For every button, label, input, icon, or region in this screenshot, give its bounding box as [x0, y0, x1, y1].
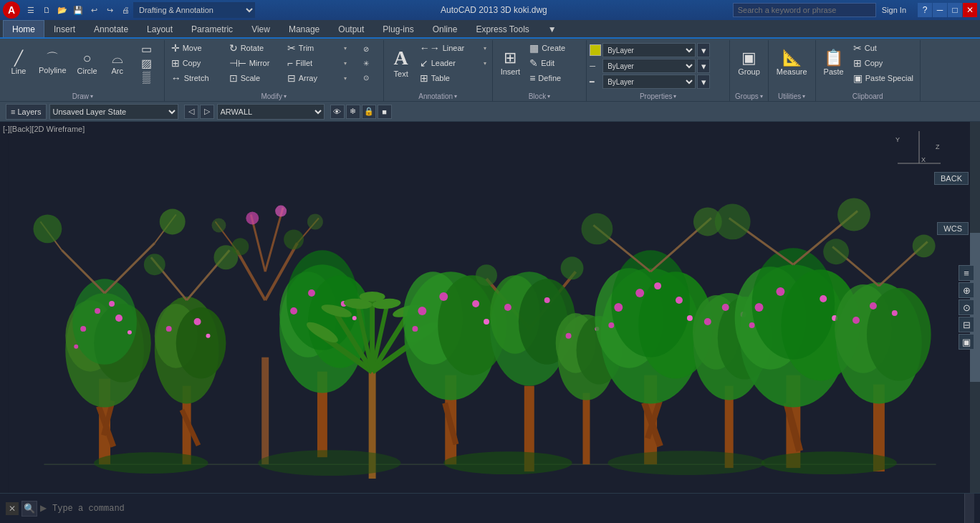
- fillet-arrow[interactable]: ▾: [341, 56, 350, 70]
- minimize-btn[interactable]: ─: [933, 3, 947, 17]
- new-btn[interactable]: 🗋: [39, 3, 54, 17]
- layer-freeze-btn[interactable]: ❄: [346, 105, 360, 119]
- paste-btn[interactable]: 📋 Paste: [819, 41, 849, 85]
- viewport-back-btn[interactable]: BACK: [934, 172, 969, 185]
- tab-layout[interactable]: Layout: [138, 20, 182, 37]
- tab-home[interactable]: Home: [3, 20, 44, 37]
- tab-insert[interactable]: Insert: [44, 20, 85, 37]
- tab-parametric[interactable]: Parametric: [182, 20, 242, 37]
- create-block-btn[interactable]: ▦Create: [526, 41, 583, 55]
- vp-tool-2[interactable]: ⊕: [959, 282, 974, 298]
- group-btn[interactable]: ▣ Group: [733, 41, 765, 85]
- layer-prev-btn[interactable]: ◁: [184, 105, 198, 119]
- annotation-dropdown-arrow[interactable]: ▾: [454, 93, 457, 100]
- search-input[interactable]: [733, 3, 876, 17]
- hatch-btn[interactable]: ▨: [133, 57, 161, 70]
- print-btn[interactable]: 🖨: [117, 3, 133, 17]
- edit-block-btn[interactable]: ✎Edit: [526, 56, 583, 70]
- measure-btn[interactable]: 📐 Measure: [772, 41, 812, 85]
- move-btn[interactable]: ✛Move: [168, 41, 225, 55]
- command-input[interactable]: [52, 500, 961, 517]
- viewport[interactable]: [-][Back][2D Wireframe] BACK WCS ≡ ⊕ ⊙ ⊟…: [0, 122, 980, 493]
- tab-annotate[interactable]: Annotate: [85, 20, 138, 37]
- block-dropdown-arrow[interactable]: ▾: [547, 93, 550, 100]
- layer-manager-btn[interactable]: ≡ Layers: [6, 104, 47, 120]
- tab-express-tools[interactable]: Express Tools: [466, 20, 538, 37]
- trim-btn[interactable]: ✂Trim: [284, 41, 341, 55]
- circle-btn[interactable]: ○ Circle: [72, 41, 102, 85]
- tab-manage[interactable]: Manage: [279, 20, 329, 37]
- modify-dropdown-arrow[interactable]: ▾: [284, 93, 287, 100]
- properties-dropdown-arrow[interactable]: ▾: [673, 93, 676, 100]
- linetype-dropdown-btn[interactable]: ▾: [697, 59, 710, 73]
- app-close-btn[interactable]: ✕: [963, 3, 977, 17]
- linear-arrow[interactable]: ▾: [481, 41, 489, 55]
- layer-visible-btn[interactable]: 👁: [330, 105, 345, 119]
- quick-access-menu[interactable]: ☰: [23, 3, 39, 17]
- polyline-btn[interactable]: ⌒ Polyline: [34, 41, 72, 85]
- text-btn[interactable]: A Text: [387, 41, 415, 85]
- fillet-btn[interactable]: ⌐Fillet: [284, 56, 341, 70]
- layer-state-dropdown[interactable]: Unsaved Layer State: [49, 104, 178, 120]
- redo-btn[interactable]: ↪: [102, 3, 117, 17]
- insert-btn[interactable]: ⊞ Insert: [496, 41, 526, 85]
- utilities-dropdown-arrow[interactable]: ▾: [802, 93, 805, 100]
- save-btn[interactable]: 💾: [70, 3, 86, 17]
- leader-btn[interactable]: ↙Leader: [416, 56, 481, 70]
- offset-btn[interactable]: ⊙: [352, 71, 380, 85]
- gradient-btn[interactable]: ▒: [133, 71, 161, 85]
- groups-dropdown-arrow[interactable]: ▾: [760, 93, 763, 100]
- rectangle-btn[interactable]: ▭: [133, 42, 161, 56]
- copy-clip-btn[interactable]: ⊞Copy: [850, 56, 917, 70]
- color-dropdown-btn[interactable]: ▾: [697, 43, 710, 57]
- tab-view[interactable]: View: [242, 20, 279, 37]
- vp-tool-3[interactable]: ⊙: [959, 299, 974, 315]
- draw-dropdown-arrow[interactable]: ▾: [90, 93, 93, 100]
- color-dropdown[interactable]: ByLayer: [602, 43, 696, 57]
- restore-btn[interactable]: □: [948, 3, 962, 17]
- table-btn[interactable]: ⊞Table: [416, 71, 489, 85]
- linear-btn[interactable]: ←→Linear: [416, 41, 481, 55]
- svg-point-141: [823, 239, 849, 264]
- workspace-dropdown[interactable]: Drafting & Annotation: [133, 2, 255, 18]
- tab-online[interactable]: Online: [423, 20, 467, 37]
- tab-plugins[interactable]: Plug-ins: [373, 20, 423, 37]
- define-attr-btn[interactable]: ≡Define: [526, 71, 583, 85]
- layer-next-btn[interactable]: ▷: [200, 105, 214, 119]
- copy-btn[interactable]: ⊞Copy: [168, 56, 225, 70]
- array-arrow[interactable]: ▾: [341, 71, 350, 85]
- layer-name-dropdown[interactable]: ARWALL: [217, 104, 325, 120]
- array-btn[interactable]: ⊟Array: [284, 71, 341, 85]
- vp-tool-1[interactable]: ≡: [959, 265, 974, 281]
- paste-special-btn[interactable]: ▣Paste Special: [850, 71, 917, 85]
- stretch-btn[interactable]: ↔Stretch: [168, 71, 225, 85]
- tab-more[interactable]: ▼: [539, 20, 566, 37]
- arc-btn[interactable]: ⌓ Arc: [103, 41, 132, 85]
- open-btn[interactable]: 📂: [54, 3, 70, 17]
- layer-lock-btn[interactable]: 🔒: [362, 105, 376, 119]
- layer-color-btn[interactable]: ■: [378, 105, 392, 119]
- cut-btn[interactable]: ✂Cut: [850, 41, 917, 55]
- rotate-btn[interactable]: ↻Rotate: [226, 41, 283, 55]
- tab-output[interactable]: Output: [329, 20, 373, 37]
- svg-point-147: [258, 450, 400, 476]
- command-scrollbar[interactable]: [964, 494, 974, 524]
- command-search-btn[interactable]: 🔍: [21, 501, 37, 517]
- help-btn[interactable]: ?: [918, 3, 932, 17]
- erase-btn[interactable]: ⊘: [352, 42, 380, 56]
- vp-tool-5[interactable]: ▣: [959, 334, 974, 350]
- linetype-dropdown[interactable]: ByLayer: [602, 59, 696, 73]
- trim-arrow[interactable]: ▾: [341, 41, 350, 55]
- command-close-btn[interactable]: ✕: [6, 502, 19, 515]
- sign-in-link[interactable]: Sign In: [882, 6, 906, 14]
- lineweight-dropdown-btn[interactable]: ▾: [697, 75, 710, 89]
- explode-btn[interactable]: ✳: [352, 57, 380, 70]
- lineweight-dropdown[interactable]: ByLayer: [602, 75, 696, 89]
- viewport-wcs-btn[interactable]: WCS: [937, 222, 969, 235]
- leader-arrow[interactable]: ▾: [481, 56, 489, 70]
- scale-btn[interactable]: ⊡Scale: [226, 71, 283, 85]
- mirror-btn[interactable]: ⊣⊢Mirror: [226, 56, 283, 70]
- vp-tool-4[interactable]: ⊟: [959, 317, 974, 332]
- line-btn[interactable]: ╱ Line: [4, 41, 33, 85]
- undo-btn[interactable]: ↩: [86, 3, 102, 17]
